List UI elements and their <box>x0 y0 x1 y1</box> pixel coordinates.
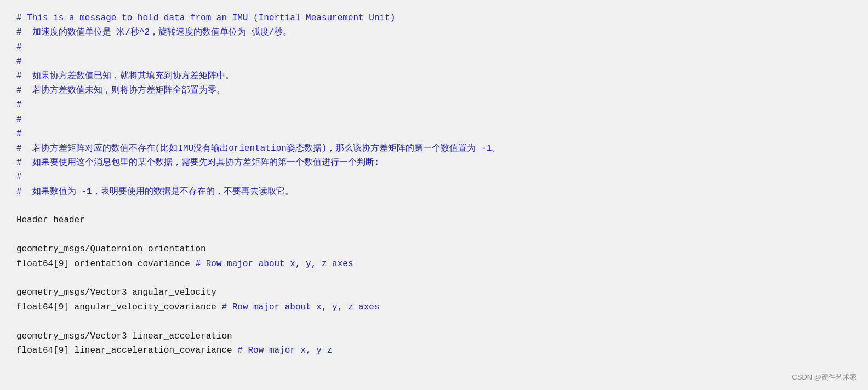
code-line-9: # 若协方差矩阵对应的数值不存在(比如IMU没有输出orientation姿态数… <box>16 141 852 156</box>
code-line-8: # <box>16 127 852 141</box>
code-line-10: # 如果要使用这个消息包里的某个数据，需要先对其协方差矩阵的第一个数值进行一个判… <box>16 156 852 170</box>
code-line-19: geometry_msgs/Vector3 angular_velocity <box>16 285 852 300</box>
code-line-17: float64[9] orientation_covariance # Row … <box>16 257 852 271</box>
watermark: CSDN @硬件艺术家 <box>792 372 857 382</box>
code-line-18 <box>16 271 852 285</box>
code-part-17: float64[9] orientation_covariance <box>16 259 195 269</box>
comment-part-20: # Row major about x, y, z axes <box>221 302 379 312</box>
code-line-12: # 如果数值为 -1，表明要使用的数据是不存在的，不要再去读取它。 <box>16 185 852 199</box>
code-line-22: geometry_msgs/Vector3 linear_acceleratio… <box>16 329 852 343</box>
code-line-3: # <box>16 54 852 68</box>
code-line-2: # <box>16 40 852 54</box>
code-block: # This is a message to hold data from an… <box>16 11 852 358</box>
code-line-5: # 若协方差数值未知，则将协方差矩阵全部置为零。 <box>16 83 852 97</box>
code-line-0: # This is a message to hold data from an… <box>16 11 852 25</box>
code-part-20: float64[9] angular_velocity_covariance <box>16 302 221 312</box>
code-line-20: float64[9] angular_velocity_covariance #… <box>16 300 852 314</box>
comment-part-23: # Row major x, y z <box>237 346 332 355</box>
code-line-4: # 如果协方差数值已知，就将其填充到协方差矩阵中。 <box>16 69 852 83</box>
code-line-13 <box>16 199 852 213</box>
code-container: # This is a message to hold data from an… <box>0 0 868 390</box>
code-line-1: # 加速度的数值单位是 米/秒^2，旋转速度的数值单位为 弧度/秒。 <box>16 25 852 39</box>
code-line-7: # <box>16 112 852 127</box>
code-part-23: float64[9] linear_acceleration_covarianc… <box>16 346 237 355</box>
code-line-6: # <box>16 97 852 112</box>
code-line-11: # <box>16 170 852 184</box>
comment-part-17: # Row major about x, y, z axes <box>195 259 353 269</box>
code-line-16: geometry_msgs/Quaternion orientation <box>16 242 852 256</box>
code-line-15 <box>16 228 852 242</box>
code-line-21 <box>16 314 852 329</box>
code-line-14: Header header <box>16 213 852 227</box>
code-line-23: float64[9] linear_acceleration_covarianc… <box>16 343 852 358</box>
